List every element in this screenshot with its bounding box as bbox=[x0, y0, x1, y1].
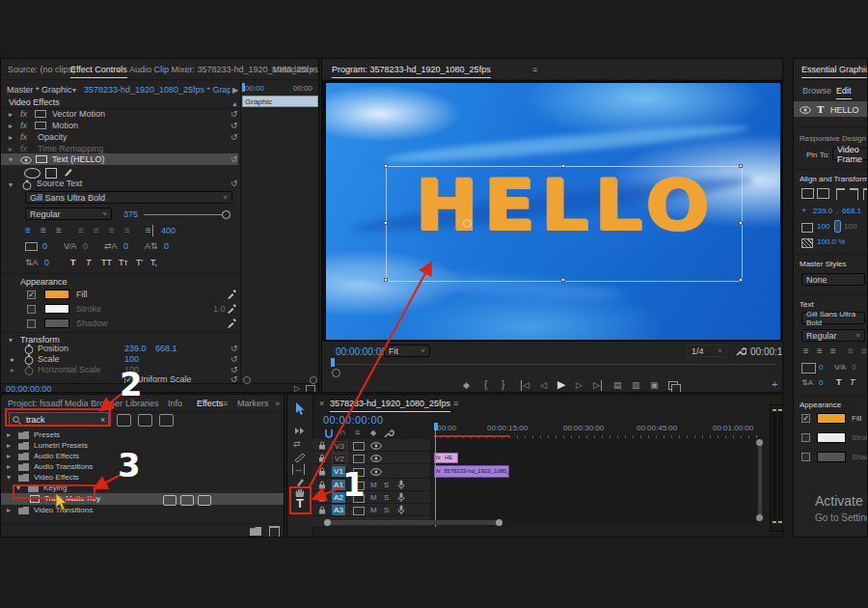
eg-style-select[interactable]: Regular˅ bbox=[801, 329, 865, 342]
tab-effects[interactable]: Effects bbox=[197, 399, 223, 412]
chevron-right-icon[interactable]: ▸ bbox=[11, 366, 14, 375]
line-spacing-value[interactable]: 0 bbox=[164, 241, 169, 252]
track-v3-target[interactable]: V3 bbox=[332, 441, 347, 453]
tree-item-audio-transitions[interactable]: Audio Transitions bbox=[34, 462, 93, 472]
tab-project[interactable]: Project: fssadf bbox=[8, 399, 63, 409]
mark-in-icon[interactable]: { bbox=[484, 379, 487, 391]
eg-opacity-value[interactable]: 100.0 % bbox=[817, 237, 845, 247]
sync-lock-icon[interactable] bbox=[353, 507, 365, 515]
button-editor-icon[interactable]: + bbox=[772, 378, 777, 391]
eg-bold-button[interactable]: T bbox=[836, 377, 842, 388]
tree-item-track-matte-key[interactable]: Track Matte Key bbox=[44, 494, 100, 504]
eg-italic-button[interactable]: T bbox=[850, 377, 855, 388]
graphic-clip[interactable]: fx HE bbox=[434, 453, 458, 463]
tab-browse[interactable]: Browse bbox=[802, 86, 831, 97]
align-right-icon[interactable]: ≡ bbox=[56, 225, 62, 236]
align-left-icon[interactable]: ≡ bbox=[25, 225, 31, 236]
chevron-right-icon[interactable]: ▸ bbox=[11, 355, 14, 365]
playhead-line[interactable] bbox=[435, 430, 436, 527]
delete-icon[interactable] bbox=[269, 526, 280, 538]
solo-button[interactable]: S bbox=[384, 481, 389, 490]
resolution-select[interactable]: 1/4˅ bbox=[687, 345, 727, 357]
eg-align-center-icon[interactable]: ≡ bbox=[817, 345, 823, 357]
pen-mask-icon[interactable] bbox=[63, 167, 73, 178]
horizontal-scrollbar[interactable] bbox=[326, 520, 500, 525]
go-to-in-icon[interactable]: ◁ bbox=[521, 380, 529, 391]
clear-search-icon[interactable]: × bbox=[100, 415, 105, 425]
pin-to-select[interactable]: Video Frame bbox=[832, 148, 868, 160]
align-top-icon[interactable] bbox=[836, 188, 845, 200]
yuv-effects-badge-icon[interactable] bbox=[159, 414, 174, 427]
eg-align-right-icon[interactable]: ≡ bbox=[830, 345, 836, 357]
chevron-right-icon[interactable]: ▸ bbox=[9, 110, 13, 120]
kerning-value[interactable]: 0 bbox=[42, 241, 47, 252]
type-tool[interactable]: T bbox=[292, 494, 308, 513]
tracking-value[interactable]: 400 bbox=[161, 226, 176, 236]
timeline-timecode[interactable]: 00:00:00:00 bbox=[323, 414, 384, 426]
tab-metadata[interactable]: Metadata bbox=[272, 65, 309, 75]
solo-button[interactable]: S bbox=[384, 506, 389, 515]
reset-icon[interactable]: ↺ bbox=[231, 154, 238, 165]
tab-media-browser[interactable]: Media Browser bbox=[65, 399, 122, 409]
mini-scroll-handle[interactable] bbox=[243, 376, 251, 384]
track-eye-icon[interactable] bbox=[370, 455, 382, 462]
eyedropper-icon[interactable] bbox=[227, 318, 237, 328]
eg-stroke-swatch[interactable] bbox=[817, 432, 846, 443]
link-scale-icon[interactable] bbox=[834, 220, 841, 233]
eg-align-left-icon[interactable]: ≡ bbox=[803, 345, 809, 357]
mark-out-icon[interactable]: } bbox=[502, 379, 504, 391]
eg-stroke-checkbox[interactable] bbox=[801, 433, 810, 442]
reset-icon[interactable]: ↺ bbox=[231, 109, 238, 120]
eg-scale-right[interactable]: 100 bbox=[844, 222, 856, 232]
mini-graphic-clip[interactable]: Graphic bbox=[242, 96, 318, 107]
text-bounding-box[interactable] bbox=[386, 166, 743, 282]
program-timecode[interactable]: 00:00:00:00 bbox=[336, 346, 387, 358]
playhead-marker[interactable] bbox=[434, 423, 438, 430]
eye-icon[interactable] bbox=[800, 106, 811, 114]
mini-playhead[interactable] bbox=[242, 83, 245, 92]
pen-tool[interactable] bbox=[295, 477, 305, 487]
mute-button[interactable]: M bbox=[370, 506, 377, 515]
export-frame-icon[interactable]: ▣ bbox=[650, 380, 659, 391]
scrollbar-handle[interactable] bbox=[756, 439, 763, 446]
32bpc-effects-badge-icon[interactable] bbox=[138, 414, 152, 427]
effect-controls-timecode[interactable]: 00:00:00:00 bbox=[6, 384, 52, 393]
scale-value[interactable]: 100 bbox=[124, 354, 139, 365]
reset-icon[interactable]: ↺ bbox=[231, 179, 238, 189]
tree-item-audio-effects[interactable]: Audio Effects bbox=[34, 452, 79, 461]
mic-icon[interactable] bbox=[397, 505, 405, 515]
chevron-right-icon[interactable]: ▸ bbox=[7, 506, 11, 515]
track-select-forward-tool[interactable] bbox=[294, 426, 306, 436]
mic-icon[interactable] bbox=[397, 480, 405, 490]
tree-item-video-effects[interactable]: Video Effects bbox=[34, 473, 79, 483]
reset-icon[interactable]: ↺ bbox=[231, 121, 238, 131]
lock-icon[interactable] bbox=[318, 506, 326, 514]
eg-fill-checkbox[interactable]: ✓ bbox=[801, 414, 810, 423]
chevron-down-icon[interactable]: ▾ bbox=[9, 336, 13, 345]
effect-opacity[interactable]: Opacity bbox=[38, 132, 68, 143]
lift-icon[interactable]: ▤ bbox=[613, 380, 622, 391]
align-center-icon[interactable]: ≡ bbox=[41, 225, 46, 236]
font-style-select[interactable]: Regular ˅ bbox=[25, 207, 112, 220]
eg-tracking-value[interactable]: 0 bbox=[819, 363, 823, 373]
eg-position-x[interactable]: 239.0 bbox=[813, 207, 832, 216]
step-forward-icon[interactable]: ▷ bbox=[576, 380, 583, 391]
tab-program[interactable]: Program: 3578233-hd_1920_1080_25fps bbox=[332, 65, 491, 78]
play-around-icon[interactable]: ▷ bbox=[294, 384, 300, 393]
small-caps-button[interactable]: Tт bbox=[119, 258, 128, 268]
lock-icon[interactable] bbox=[318, 441, 326, 450]
effects-search-box[interactable]: track × bbox=[9, 412, 109, 426]
master-clip-selector[interactable]: Master * Graphic bbox=[7, 85, 72, 96]
lock-icon[interactable] bbox=[318, 467, 326, 476]
superscript-button[interactable]: T' bbox=[136, 258, 143, 268]
stopwatch-icon[interactable] bbox=[22, 180, 32, 190]
tab-info[interactable]: Info bbox=[168, 399, 182, 409]
stroke-swatch[interactable] bbox=[44, 304, 69, 314]
snap-icon[interactable] bbox=[324, 428, 334, 438]
reset-icon[interactable]: ↺ bbox=[231, 132, 238, 143]
panel-menu-icon[interactable]: ≡ bbox=[532, 65, 537, 75]
mute-button[interactable]: M bbox=[370, 481, 377, 490]
accelerated-effects-badge-icon[interactable] bbox=[117, 414, 131, 427]
font-size-slider[interactable] bbox=[144, 214, 225, 215]
play-toggle-icon[interactable]: ▶ bbox=[232, 86, 238, 96]
